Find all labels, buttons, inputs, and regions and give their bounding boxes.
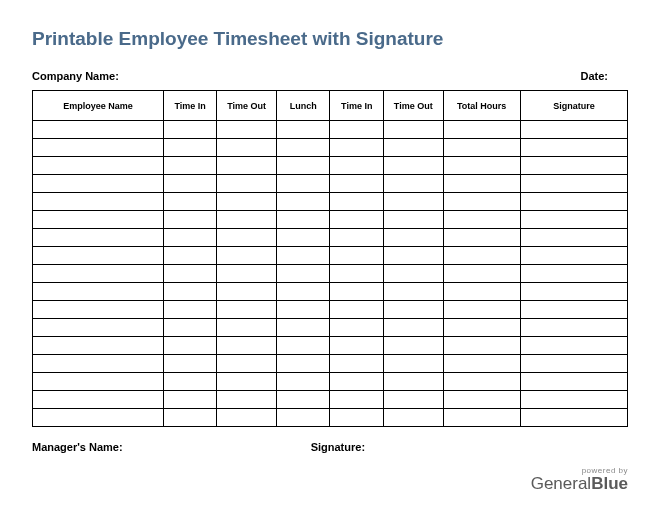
table-cell bbox=[163, 337, 217, 355]
signature-label: Signature: bbox=[311, 441, 365, 453]
table-cell bbox=[276, 121, 330, 139]
column-header: Employee Name bbox=[33, 91, 164, 121]
table-cell bbox=[33, 391, 164, 409]
table-cell bbox=[443, 319, 520, 337]
table-cell bbox=[443, 193, 520, 211]
table-cell bbox=[443, 337, 520, 355]
table-cell bbox=[217, 175, 277, 193]
table-row bbox=[33, 319, 628, 337]
table-cell bbox=[330, 175, 384, 193]
table-cell bbox=[276, 211, 330, 229]
table-row bbox=[33, 193, 628, 211]
table-cell bbox=[330, 319, 384, 337]
table-cell bbox=[217, 265, 277, 283]
timesheet-table: Employee NameTime InTime OutLunchTime In… bbox=[32, 90, 628, 427]
table-cell bbox=[217, 211, 277, 229]
table-cell bbox=[330, 247, 384, 265]
table-cell bbox=[163, 319, 217, 337]
table-cell bbox=[384, 373, 444, 391]
table-cell bbox=[520, 409, 627, 427]
table-cell bbox=[163, 193, 217, 211]
table-cell bbox=[384, 355, 444, 373]
company-name-label: Company Name: bbox=[32, 70, 119, 82]
table-row bbox=[33, 211, 628, 229]
table-cell bbox=[163, 409, 217, 427]
manager-name-label: Manager's Name: bbox=[32, 441, 123, 453]
brand-name: GeneralBlue bbox=[531, 475, 628, 492]
column-header: Time In bbox=[163, 91, 217, 121]
table-cell bbox=[330, 409, 384, 427]
table-row bbox=[33, 121, 628, 139]
table-cell bbox=[384, 175, 444, 193]
table-cell bbox=[163, 301, 217, 319]
table-cell bbox=[520, 265, 627, 283]
table-row bbox=[33, 265, 628, 283]
table-cell bbox=[217, 229, 277, 247]
table-cell bbox=[163, 229, 217, 247]
table-cell bbox=[520, 193, 627, 211]
table-cell bbox=[520, 391, 627, 409]
table-cell bbox=[33, 139, 164, 157]
table-cell bbox=[33, 283, 164, 301]
table-cell bbox=[330, 301, 384, 319]
table-cell bbox=[330, 121, 384, 139]
table-cell bbox=[330, 355, 384, 373]
table-cell bbox=[520, 319, 627, 337]
table-cell bbox=[276, 391, 330, 409]
column-header: Signature bbox=[520, 91, 627, 121]
table-cell bbox=[163, 355, 217, 373]
table-cell bbox=[330, 211, 384, 229]
column-header: Total Hours bbox=[443, 91, 520, 121]
table-cell bbox=[217, 157, 277, 175]
table-cell bbox=[217, 319, 277, 337]
table-cell bbox=[163, 373, 217, 391]
column-header: Time Out bbox=[384, 91, 444, 121]
table-cell bbox=[520, 337, 627, 355]
table-cell bbox=[163, 247, 217, 265]
table-cell bbox=[276, 157, 330, 175]
table-cell bbox=[443, 175, 520, 193]
table-cell bbox=[384, 319, 444, 337]
table-cell bbox=[384, 139, 444, 157]
table-cell bbox=[217, 247, 277, 265]
table-row bbox=[33, 139, 628, 157]
table-cell bbox=[520, 283, 627, 301]
table-cell bbox=[217, 193, 277, 211]
table-cell bbox=[33, 121, 164, 139]
table-cell bbox=[163, 121, 217, 139]
table-cell bbox=[276, 139, 330, 157]
table-cell bbox=[33, 247, 164, 265]
table-cell bbox=[276, 409, 330, 427]
table-cell bbox=[33, 409, 164, 427]
table-cell bbox=[33, 337, 164, 355]
table-cell bbox=[163, 283, 217, 301]
table-cell bbox=[443, 229, 520, 247]
table-cell bbox=[276, 265, 330, 283]
table-cell bbox=[33, 265, 164, 283]
table-cell bbox=[217, 301, 277, 319]
table-cell bbox=[443, 265, 520, 283]
table-row bbox=[33, 391, 628, 409]
table-row bbox=[33, 175, 628, 193]
table-cell bbox=[163, 175, 217, 193]
table-cell bbox=[33, 355, 164, 373]
table-cell bbox=[384, 337, 444, 355]
table-cell bbox=[520, 247, 627, 265]
table-cell bbox=[384, 211, 444, 229]
table-cell bbox=[384, 283, 444, 301]
table-cell bbox=[384, 193, 444, 211]
table-cell bbox=[520, 229, 627, 247]
brand-logo: powered by GeneralBlue bbox=[531, 466, 628, 492]
table-cell bbox=[384, 157, 444, 175]
table-cell bbox=[443, 373, 520, 391]
table-cell bbox=[443, 211, 520, 229]
table-cell bbox=[276, 175, 330, 193]
column-header: Time Out bbox=[217, 91, 277, 121]
table-cell bbox=[276, 319, 330, 337]
table-cell bbox=[330, 283, 384, 301]
table-cell bbox=[33, 301, 164, 319]
table-cell bbox=[520, 175, 627, 193]
table-row bbox=[33, 301, 628, 319]
table-cell bbox=[384, 247, 444, 265]
table-cell bbox=[33, 211, 164, 229]
